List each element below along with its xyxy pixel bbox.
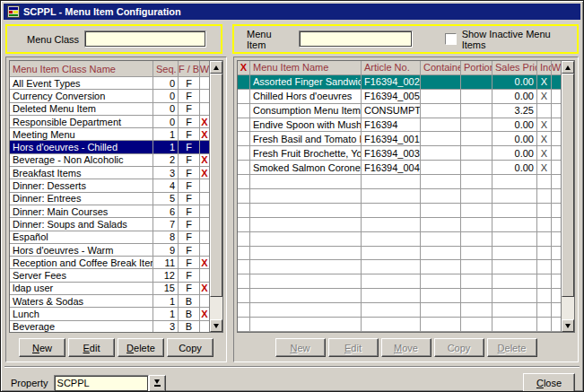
col-header-class-name[interactable]: Menu Item Class Name xyxy=(10,61,153,77)
copy-button[interactable]: Copy xyxy=(167,338,214,357)
scroll-up-button[interactable] xyxy=(210,61,222,74)
col-header-inc[interactable]: Inc xyxy=(537,61,552,75)
seq-cell: 7 xyxy=(153,218,179,231)
table-row[interactable]: Server Fees12F xyxy=(10,269,209,282)
table-row[interactable]: Meeting Menu1FX xyxy=(10,128,209,141)
menu-class-input[interactable] xyxy=(84,30,206,48)
table-row[interactable] xyxy=(238,303,561,318)
menu-item-configuration-window: SCPPL - Menu Item Configuration Menu Cla… xyxy=(0,0,584,392)
item-name-cell: Chilled Hors d'oeuvres xyxy=(250,90,362,104)
scroll-down-button[interactable] xyxy=(562,319,574,332)
menu-item-input[interactable] xyxy=(299,30,413,48)
table-row[interactable] xyxy=(238,260,561,274)
table-row[interactable]: All Event Types0F xyxy=(10,77,209,90)
col-header-w2[interactable]: W xyxy=(552,61,561,75)
table-row[interactable]: Responsible Department0FX xyxy=(10,116,209,128)
class-name-cell: Deleted Menu Item xyxy=(10,103,153,116)
new-button[interactable]: New xyxy=(275,338,326,357)
class-name-cell: Server Fees xyxy=(10,269,153,282)
item-name-cell xyxy=(250,204,362,218)
scrollbar-track[interactable] xyxy=(210,74,222,319)
seq-cell: 1 xyxy=(153,128,179,141)
table-row[interactable] xyxy=(238,218,561,232)
inc-cell: X xyxy=(537,75,552,90)
w-cell xyxy=(200,103,209,116)
table-row[interactable]: Breakfast Items3FX xyxy=(10,167,209,179)
col-header-container[interactable]: Container xyxy=(421,61,461,75)
table-row[interactable] xyxy=(238,274,561,289)
menu-item-scrollbar[interactable] xyxy=(561,61,574,332)
table-row[interactable]: Fresh Fruit Brochette, Yogurt SF16394_00… xyxy=(238,146,561,161)
table-row[interactable]: Fresh Basil and Tomato BruscF16394_0010.… xyxy=(238,132,561,146)
col-header-item-name[interactable]: Menu Item Name xyxy=(250,61,362,75)
w-cell: X xyxy=(200,116,209,128)
table-row[interactable]: Chilled Hors d'oeuvresF16394_0050.00X xyxy=(238,90,561,104)
table-row[interactable]: Smoked Salmon Coronet, DillF16394_0040.0… xyxy=(238,161,561,175)
property-dropdown-button[interactable] xyxy=(149,375,166,392)
seq-cell: 0 xyxy=(153,90,179,102)
menu-class-table-header: Menu Item Class Name Seq. F / B W xyxy=(10,61,209,77)
table-row[interactable] xyxy=(238,289,561,303)
close-button[interactable]: Close xyxy=(523,373,575,392)
table-row[interactable]: Endive Spoon with Mushroom IF163940.00X xyxy=(238,118,561,133)
window-title: SCPPL - Menu Item Configuration xyxy=(23,6,181,17)
new-button[interactable]: New xyxy=(19,338,65,357)
scroll-down-button[interactable] xyxy=(210,319,222,332)
property-value[interactable]: SCPPL xyxy=(54,375,149,392)
article-no-cell: F16394_002 xyxy=(362,75,421,90)
menu-class-scrollbar[interactable] xyxy=(209,61,222,332)
scrollbar-thumb[interactable] xyxy=(562,74,574,297)
col-header-article-no[interactable]: Article No. xyxy=(362,61,421,75)
col-header-portion[interactable]: Portion xyxy=(461,61,492,75)
table-row[interactable]: ldap user15FX xyxy=(10,283,209,295)
table-row[interactable]: Assorted Finger SandwichesF16394_0020.00… xyxy=(238,75,561,90)
table-row[interactable]: Lunch1BX xyxy=(10,308,209,320)
show-inactive-label: Show Inactive Menu Items xyxy=(462,29,577,50)
table-row[interactable]: Hors d'oeuvres - Warm9F xyxy=(10,244,209,257)
table-row[interactable]: Dinner: Desserts4F xyxy=(10,179,209,192)
table-row[interactable] xyxy=(238,204,561,218)
table-row[interactable]: Consumption Menu ItemCONSUMPTION3.25 xyxy=(238,104,561,118)
up-arrow-icon xyxy=(214,65,219,70)
col-header-fb[interactable]: F / B xyxy=(179,61,200,77)
show-inactive-checkbox[interactable] xyxy=(445,33,457,45)
table-row[interactable]: Dinner: Soups and Salads7F xyxy=(10,218,209,231)
edit-button[interactable]: Edit xyxy=(68,338,115,357)
table-row[interactable]: Dinner: Entrees5F xyxy=(10,193,209,205)
table-row[interactable] xyxy=(238,318,561,332)
table-row[interactable] xyxy=(238,247,561,261)
container-cell xyxy=(421,104,461,118)
scrollbar-thumb[interactable] xyxy=(210,74,222,297)
table-row[interactable]: Waters & Sodas1B xyxy=(10,295,209,308)
table-row[interactable]: Deleted Menu Item0F xyxy=(10,103,209,116)
w-cell xyxy=(200,179,209,192)
table-row[interactable]: Dinner: Main Courses6F xyxy=(10,205,209,218)
item-name-cell xyxy=(250,289,362,303)
scroll-up-button[interactable] xyxy=(562,61,574,74)
table-row[interactable] xyxy=(238,232,561,247)
col-header-w[interactable]: W xyxy=(200,61,209,77)
table-row[interactable]: Reception and Coffee Break Items11FX xyxy=(10,257,209,269)
table-row[interactable] xyxy=(238,189,561,204)
col-header-x[interactable]: X xyxy=(238,61,250,75)
x-cell xyxy=(238,104,250,118)
class-name-cell: Waters & Sodas xyxy=(10,295,153,308)
titlebar[interactable]: SCPPL - Menu Item Configuration xyxy=(4,4,580,20)
w-cell xyxy=(552,104,561,118)
copy-button[interactable]: Copy xyxy=(434,338,484,357)
delete-button[interactable]: Delete xyxy=(118,338,164,357)
col-header-sales-price[interactable]: Sales Price xyxy=(492,61,537,75)
table-row[interactable]: Hors d'oeuvres - Chilled1F xyxy=(10,141,209,153)
move-button[interactable]: Move xyxy=(381,338,431,357)
delete-button[interactable]: Delete xyxy=(487,338,537,357)
table-row[interactable]: Beverage3B xyxy=(10,321,209,332)
table-row[interactable] xyxy=(238,175,561,189)
table-row[interactable]: Español8F xyxy=(10,231,209,244)
table-row[interactable]: Beverage - Non Alcoholic2FX xyxy=(10,154,209,167)
table-row[interactable]: Currency Conversion0F xyxy=(10,90,209,102)
edit-button[interactable]: Edit xyxy=(328,338,379,357)
col-header-seq[interactable]: Seq. xyxy=(153,61,179,77)
property-label: Property xyxy=(11,378,48,388)
portion-cell xyxy=(461,318,492,332)
scrollbar-track[interactable] xyxy=(562,74,574,319)
